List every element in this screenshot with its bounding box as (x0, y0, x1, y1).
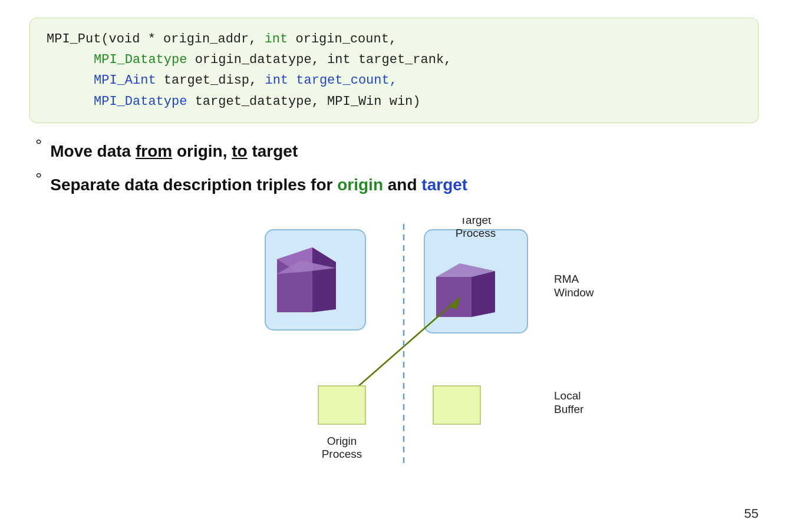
diagram-svg: Target Process Origin Process RMA Window… (253, 218, 701, 483)
target-blue: target (421, 176, 467, 194)
code-target-disp: target_disp, (156, 73, 265, 88)
bullet-item-2: ° Separate data description triples for … (35, 173, 759, 196)
svg-marker-8 (436, 277, 472, 317)
svg-text:Window: Window (554, 286, 594, 299)
from-underline: from (136, 142, 172, 160)
diagram: Target Process Origin Process RMA Window… (253, 218, 701, 483)
code-mpi-datatype-1: MPI_Datatype (94, 52, 187, 67)
bullet-dot-2: ° (35, 171, 42, 187)
code-line-1: MPI_Put(void * origin_addr, int origin_c… (47, 29, 741, 49)
code-mpi-aint: MPI_Aint (94, 73, 156, 88)
bullet-text-2: Separate data description triples for or… (50, 173, 467, 196)
svg-text:Origin: Origin (327, 435, 357, 447)
svg-text:Local: Local (554, 389, 581, 402)
code-origin-datatype: origin_datatype, int target_rank, (187, 52, 451, 67)
svg-text:Process: Process (322, 448, 362, 460)
code-mpi-datatype-2: MPI_Datatype (94, 94, 187, 109)
svg-marker-5 (277, 271, 312, 312)
svg-rect-14 (318, 386, 365, 424)
bullet-item-1: ° Move data from origin, to target (35, 140, 759, 163)
svg-marker-7 (312, 268, 336, 312)
code-line-2: MPI_Datatype origin_datatype, int target… (47, 49, 741, 70)
bullet-text-1: Move data from origin, to target (50, 140, 298, 163)
bullets: ° Move data from origin, to target ° Sep… (35, 140, 759, 196)
bullet-dot-1: ° (35, 137, 42, 154)
slide-content: MPI_Put(void * origin_addr, int origin_c… (0, 0, 788, 224)
origin-green: origin (337, 176, 383, 194)
svg-rect-15 (433, 386, 480, 424)
svg-text:Buffer: Buffer (554, 403, 584, 415)
svg-text:RMA: RMA (554, 273, 579, 285)
code-mpi-put: MPI_Put(void * origin_addr, (47, 32, 265, 47)
page-number: 55 (744, 506, 759, 521)
code-line-4: MPI_Datatype target_datatype, MPI_Win wi… (47, 91, 741, 112)
code-origin-count: origin_count, (288, 32, 397, 47)
svg-marker-10 (472, 271, 495, 317)
to-underline: to (232, 142, 247, 160)
code-target-datatype: target_datatype, MPI_Win win) (187, 94, 420, 109)
svg-text:Process: Process (456, 227, 496, 239)
code-int-1: int (265, 32, 288, 47)
code-line-3: MPI_Aint target_disp, int target_count, (47, 70, 741, 91)
code-int-target-count: int target_count, (265, 73, 397, 88)
code-block: MPI_Put(void * origin_addr, int origin_c… (29, 18, 759, 123)
svg-text:Target: Target (460, 218, 492, 226)
